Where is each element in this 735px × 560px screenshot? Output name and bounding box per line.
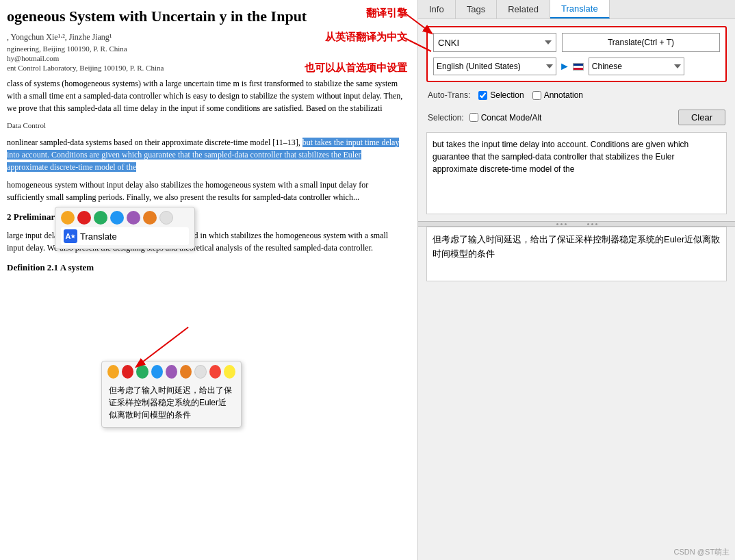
- color-dot-red[interactable]: [77, 211, 91, 225]
- body-paragraph-1: nonlinear sampled-data systems based on …: [7, 136, 404, 173]
- panel-footer: CSDN @ST萌主: [418, 544, 735, 560]
- divider-dots-right: [587, 223, 597, 225]
- annotation-checkbox-label: Annotation: [544, 90, 583, 100]
- paper-affil3: ent Control Laboratory, Beijing 100190, …: [7, 64, 404, 72]
- color-dot-green[interactable]: [94, 211, 107, 225]
- paper-affil2: hy@hotmail.com: [7, 54, 404, 62]
- annotation-checkbox-group[interactable]: Annotation: [532, 90, 583, 100]
- source-text-box: but takes the input time delay into acco…: [426, 132, 727, 214]
- tabs-bar: Info Tags Related Translate: [418, 0, 735, 19]
- color-dot-purple[interactable]: [127, 211, 140, 225]
- color-dots-top: [61, 211, 189, 225]
- color-picker-bottom: 但考虑了输入时间延迟，给出了保证采样控制器稳定系统的Euler近似离散时间模型的…: [101, 361, 242, 428]
- lang-arrow-icon: ►: [559, 60, 570, 73]
- paper-affil1: ngineering, Beijing 100190, P. R. China: [7, 44, 404, 53]
- translate-action-button[interactable]: Translate(Ctrl + T): [562, 33, 720, 52]
- tab-info[interactable]: Info: [418, 0, 456, 18]
- selection-label: Selection:: [428, 113, 464, 123]
- translate-config-box: CNKI Translate(Ctrl + T) English (United…: [426, 26, 727, 82]
- color-dot-red-b[interactable]: [122, 365, 133, 379]
- color-dots-bottom: [107, 365, 235, 379]
- selection-checkbox-group[interactable]: Selection: [478, 90, 524, 100]
- concat-mode-checkbox-group[interactable]: Concat Mode/Alt: [469, 113, 542, 123]
- flag-icon: [573, 63, 584, 71]
- target-language-select[interactable]: Chinese: [589, 58, 684, 75]
- language-row: English (United States) ► Chinese: [433, 58, 720, 75]
- source-language-select[interactable]: English (United States): [433, 58, 556, 75]
- panel-divider: [418, 221, 735, 227]
- selection-checkbox-label: Selection: [490, 90, 524, 100]
- color-dot-blue[interactable]: [110, 211, 124, 225]
- panel-content: CNKI Translate(Ctrl + T) English (United…: [418, 19, 735, 221]
- left-panel: ogeneous System with Uncertain y in the …: [0, 0, 417, 560]
- color-dot-blue-b[interactable]: [151, 365, 163, 379]
- color-dot-green-b[interactable]: [136, 365, 148, 379]
- concat-mode-checkbox[interactable]: [469, 113, 478, 122]
- color-dot-orange[interactable]: [61, 211, 75, 225]
- clear-button[interactable]: Clear: [678, 110, 725, 125]
- color-dot-yellow-b[interactable]: [224, 365, 235, 379]
- paper-authors: , Yongchun Xie¹·², Jinzhe Jiang¹: [7, 32, 404, 42]
- definition-21: Definition 2.1 A system: [7, 261, 404, 275]
- tab-translate[interactable]: Translate: [550, 0, 610, 18]
- tab-related[interactable]: Related: [497, 0, 550, 18]
- selection-row: Selection: Concat Mode/Alt Clear: [426, 108, 727, 127]
- paper-title: ogeneous System with Uncertain y in the …: [7, 7, 404, 27]
- engine-row: CNKI Translate(Ctrl + T): [433, 33, 720, 52]
- annotation-checkbox[interactable]: [532, 91, 541, 100]
- divider-dots-left: [556, 223, 567, 225]
- color-dot-darkorange[interactable]: [143, 211, 157, 225]
- concat-mode-label: Concat Mode/Alt: [481, 113, 542, 123]
- color-dot-gray-b[interactable]: [194, 365, 206, 379]
- color-picker-top: A★ Translate: [55, 207, 195, 249]
- color-dot-brightred-b[interactable]: [209, 365, 221, 379]
- tab-tags[interactable]: Tags: [456, 0, 497, 18]
- body-paragraph-2: homogeneous system without input delay a…: [7, 179, 404, 203]
- translate-btn-row-top[interactable]: A★ Translate: [61, 227, 189, 245]
- selection-checkbox[interactable]: [478, 91, 487, 100]
- color-dot-darkorange-b[interactable]: [180, 365, 192, 379]
- inline-translation-text: 但考虑了输入时间延迟，给出了保证采样控制器稳定系统的Euler近似离散时间模型的…: [107, 381, 235, 424]
- abstract-text: class of systems (homogeneous systems) w…: [7, 77, 404, 114]
- color-dot-gray[interactable]: [159, 211, 173, 225]
- auto-trans-label: Auto-Trans:: [428, 90, 470, 100]
- translate-icon-top: A★: [64, 229, 77, 243]
- color-dot-purple-b[interactable]: [166, 365, 177, 379]
- body-text-1: nonlinear sampled-data systems based on …: [7, 138, 300, 147]
- engine-select[interactable]: CNKI: [433, 33, 556, 52]
- translation-result-box: 但考虑了输入时间延迟，给出了保证采样控制器稳定系统的Euler近似离散时间模型的…: [426, 227, 727, 281]
- translate-label-top: Translate: [80, 231, 117, 242]
- right-panel: Info Tags Related Translate CNKI Transla…: [417, 0, 735, 560]
- auto-trans-row: Auto-Trans: Selection Annotation: [426, 88, 727, 103]
- data-control-text: Data Control: [7, 120, 404, 131]
- color-dot-orange-b[interactable]: [107, 365, 119, 379]
